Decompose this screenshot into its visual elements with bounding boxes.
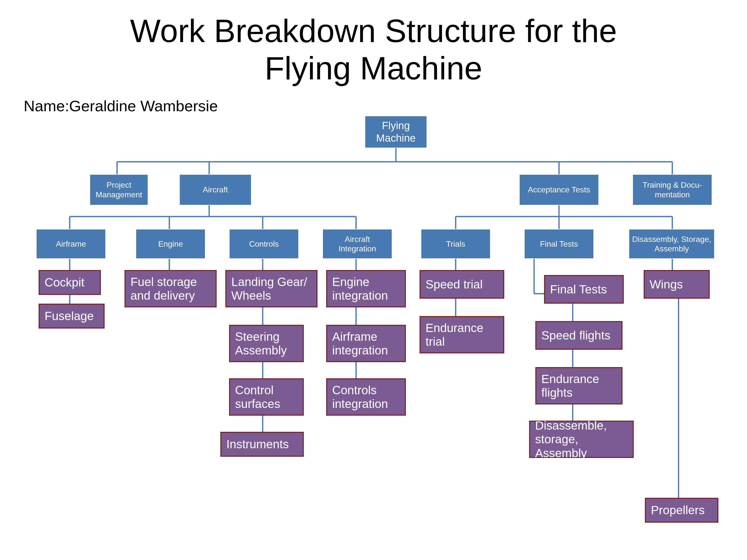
node-acceptance-tests: Acceptance Tests bbox=[519, 174, 599, 205]
node-final-tests: Final Tests bbox=[524, 229, 594, 259]
author-label: Name:Geraldine Wambersie bbox=[24, 97, 218, 115]
diagram-canvas: Work Breakdown Structure for the Flying … bbox=[0, 0, 747, 560]
leaf-control-surfaces: Control surfaces bbox=[229, 378, 304, 416]
node-aircraft-integration: Aircraft Integration bbox=[323, 229, 392, 259]
leaf-landing-gear: Landing Gear/ Wheels bbox=[225, 270, 317, 308]
title-line-1: Work Breakdown Structure for the bbox=[130, 13, 617, 49]
node-training-docs: Training & Docu-mentation bbox=[633, 174, 712, 205]
leaf-instruments: Instruments bbox=[221, 432, 304, 457]
leaf-cockpit: Cockpit bbox=[38, 270, 101, 295]
leaf-propellers: Propellers bbox=[645, 498, 718, 523]
leaf-final-tests: Final Tests bbox=[544, 275, 624, 304]
leaf-speed-flights: Speed flights bbox=[535, 321, 622, 350]
leaf-disassemble-storage-assembly: Disassemble, storage, Assembly bbox=[529, 421, 634, 458]
node-disassembly-storage-assembly: Disassembly, Storage, Assembly bbox=[629, 229, 715, 259]
node-engine: Engine bbox=[136, 229, 205, 259]
leaf-endurance-trial: Endurance trial bbox=[419, 316, 504, 353]
leaf-speed-trial: Speed trial bbox=[419, 270, 504, 299]
leaf-fuselage: Fuselage bbox=[38, 304, 105, 328]
leaf-airframe-integration: Airframe integration bbox=[326, 325, 406, 362]
leaf-wings: Wings bbox=[644, 270, 710, 299]
node-controls: Controls bbox=[229, 229, 299, 259]
page-title: Work Breakdown Structure for the Flying … bbox=[0, 12, 747, 87]
node-trials: Trials bbox=[421, 229, 491, 259]
node-root: Flying Machine bbox=[365, 116, 427, 148]
leaf-steering-assembly: Steering Assembly bbox=[229, 325, 304, 362]
node-airframe: Airframe bbox=[36, 229, 106, 259]
leaf-engine-integration: Engine integration bbox=[326, 270, 406, 308]
leaf-endurance-flights: Endurance flights bbox=[535, 367, 622, 404]
leaf-fuel-storage-delivery: Fuel storage and delivery bbox=[125, 270, 216, 308]
leaf-controls-integration: Controls integration bbox=[326, 378, 406, 416]
node-aircraft: Aircraft bbox=[179, 174, 252, 205]
title-line-2: Flying Machine bbox=[265, 50, 482, 86]
node-project-management: Project Management bbox=[89, 174, 148, 205]
